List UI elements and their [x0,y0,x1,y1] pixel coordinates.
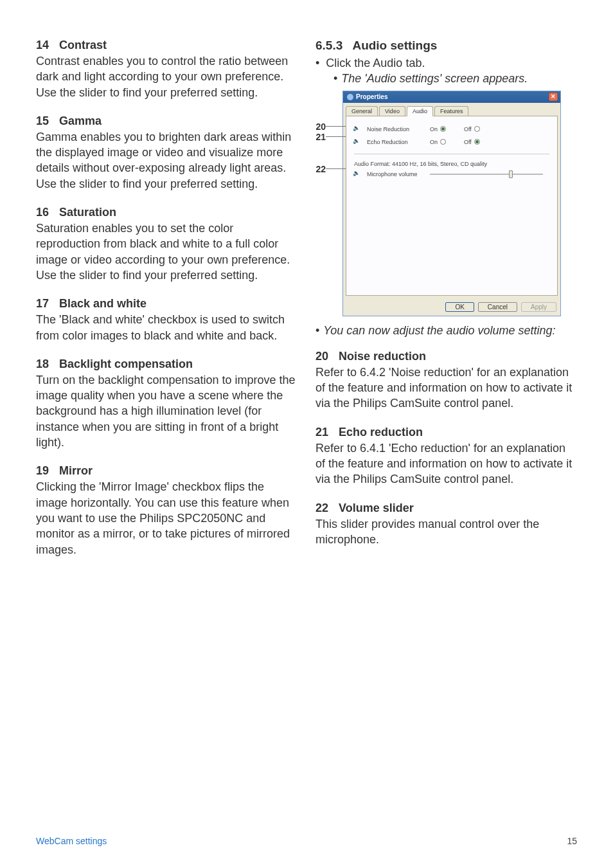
bullet-dot-icon: • [315,323,319,338]
bullet-dot-icon: • [315,55,319,71]
dialog-button-bar: OK Cancel Apply [343,298,560,316]
section-15-gamma: 15 Gamma Gamma enables you to brighten d… [36,114,298,192]
tab-panel-audio: Noise Reduction On Off [346,116,558,296]
section-number: 14 [36,39,49,52]
sub-bullet-text: The 'Audio settings' screen appears. [341,71,528,86]
section-body: Turn on the backlight compensation to im… [36,372,298,450]
speaker-icon [354,126,362,132]
section-body: Refer to 6.4.2 'Noise reduction' for an … [315,365,577,411]
callout-20: 20 [312,122,326,132]
label-off: Off [464,139,472,145]
label-microphone-volume: Microphone volume [367,171,425,177]
section-title: Mirror [59,464,298,478]
tab-strip: General Video Audio Features [343,103,560,116]
section-body: Refer to 6.4.1 'Echo reduction' for an e… [315,440,577,487]
ok-button[interactable]: OK [445,302,474,312]
callout-21: 21 [312,132,326,142]
section-title: Noise reduction [339,350,577,363]
radio-echo-off[interactable] [474,139,480,145]
bullet-dot-icon: • [333,71,337,86]
label-on: On [430,126,438,132]
section-number: 22 [315,502,328,515]
radio-noise-off[interactable] [474,126,480,132]
section-21-echo-reduction: 21 Echo reduction Refer to 6.4.1 'Echo r… [315,426,577,487]
app-icon [347,94,353,100]
microphone-volume-slider[interactable] [430,174,543,175]
properties-dialog: Properties ✕ General Video Audio Feature… [342,91,561,316]
section-title: Volume slider [339,502,577,515]
section-20-noise-reduction: 20 Noise reduction Refer to 6.4.2 'Noise… [315,350,577,411]
tab-audio[interactable]: Audio [407,106,433,116]
properties-dialog-figure: 20 21 22 Properties ✕ General Video [330,91,577,316]
heading-number: 6.5.3 [315,39,342,52]
section-title: Contrast [59,39,298,52]
section-18-backlight-compensation: 18 Backlight compensation Turn on the ba… [36,357,298,450]
cancel-button[interactable]: Cancel [478,302,517,312]
divider [354,154,549,154]
footer-page-number: 15 [567,836,577,846]
close-button[interactable]: ✕ [549,93,558,101]
right-column: 6.5.3 Audio settings • Click the Audio t… [315,39,577,572]
section-body: This slider provides manual control over… [315,516,577,548]
section-title: Gamma [59,114,298,128]
section-body: Contrast enables you to control the rati… [36,53,298,100]
section-body: The 'Black and white' checkbox is used t… [36,312,298,343]
callout-22: 22 [312,164,326,174]
section-14-contrast: 14 Contrast Contrast enables you to cont… [36,39,298,100]
section-body: Saturation enables you to set the color … [36,221,298,283]
bullet-text: Click the Audio tab. [326,55,425,71]
section-title: Echo reduction [339,426,577,439]
italic-text: You can now adjust the audio volume sett… [323,323,555,338]
left-column: 14 Contrast Contrast enables you to cont… [36,39,298,572]
label-off: Off [464,126,472,132]
section-number: 19 [36,464,49,478]
tab-features[interactable]: Features [434,106,469,116]
label-noise-reduction: Noise Reduction [367,126,425,132]
section-19-mirror: 19 Mirror Clicking the 'Mirror Image' ch… [36,464,298,557]
row-noise-reduction: Noise Reduction On Off [354,124,549,134]
section-body: Clicking the 'Mirror Image' checkbox fli… [36,479,298,557]
radio-echo-on[interactable] [440,139,446,145]
label-echo-reduction: Echo Reduction [367,139,425,145]
dialog-titlebar: Properties ✕ [343,91,560,103]
tab-general[interactable]: General [346,106,378,116]
row-echo-reduction: Echo Reduction On Off [354,137,549,147]
callout-layer: 20 21 22 [315,91,330,316]
footer-section-title: WebCam settings [36,836,107,846]
section-title: Black and white [59,297,298,311]
section-22-volume-slider: 22 Volume slider This slider provides ma… [315,502,577,548]
section-16-saturation: 16 Saturation Saturation enables you to … [36,206,298,283]
post-dialog-italic: • You can now adjust the audio volume se… [315,323,577,338]
section-body: Gamma enables you to brighten dark areas… [36,129,298,192]
section-number: 16 [36,206,49,219]
row-microphone-volume: Microphone volume [354,171,549,177]
section-number: 18 [36,357,49,371]
section-number: 17 [36,297,49,311]
sub-bullet-audio-screen: • The 'Audio settings' screen appears. [333,71,577,86]
heading-title: Audio settings [352,39,437,52]
section-number: 15 [36,114,49,128]
section-title: Backlight compensation [59,357,298,371]
page-footer: WebCam settings 15 [36,836,577,846]
speaker-icon [354,139,362,145]
label-on: On [430,139,438,145]
section-17-black-and-white: 17 Black and white The 'Black and white'… [36,297,298,343]
audio-format-text: Audio Format: 44100 Hz, 16 bits, Stereo,… [354,161,549,167]
tab-video[interactable]: Video [379,106,405,116]
heading-audio-settings: 6.5.3 Audio settings [315,39,577,53]
apply-button[interactable]: Apply [521,302,556,312]
section-number: 20 [315,350,328,363]
speaker-icon [354,171,362,177]
section-number: 21 [315,426,328,439]
radio-noise-on[interactable] [440,126,446,132]
dialog-title: Properties [356,93,387,100]
bullet-click-audio-tab: • Click the Audio tab. [315,55,577,71]
section-title: Saturation [59,206,298,219]
slider-thumb[interactable] [509,170,513,178]
